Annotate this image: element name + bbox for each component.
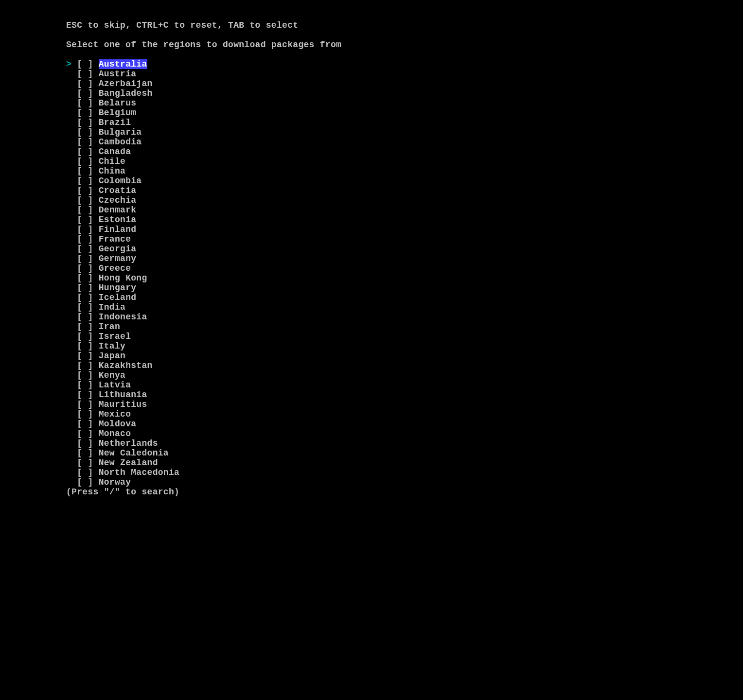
region-option[interactable]: [ ] Bangladesh	[66, 89, 743, 99]
cursor-indicator: >	[66, 59, 71, 69]
checkbox[interactable]: [ ]	[77, 98, 98, 108]
blank-line	[66, 50, 743, 60]
checkbox[interactable]: [ ]	[77, 215, 98, 225]
checkbox[interactable]: [ ]	[77, 69, 98, 79]
region-name: Denmark	[99, 205, 137, 215]
region-option[interactable]: [ ] Belarus	[66, 99, 743, 108]
checkbox[interactable]: [ ]	[77, 127, 98, 137]
region-option[interactable]: [ ] North Macedonia	[66, 468, 743, 478]
checkbox[interactable]: [ ]	[77, 225, 98, 234]
checkbox[interactable]: [ ]	[77, 477, 98, 487]
region-option[interactable]: [ ] Hong Kong	[66, 274, 743, 283]
checkbox[interactable]: [ ]	[77, 468, 98, 477]
region-option[interactable]: [ ] Mexico	[66, 410, 743, 420]
region-option[interactable]: [ ] Hungary	[66, 283, 743, 293]
checkbox[interactable]: [ ]	[77, 438, 98, 448]
checkbox[interactable]: [ ]	[77, 429, 98, 438]
checkbox[interactable]: [ ]	[77, 390, 98, 400]
region-option[interactable]: [ ] Belgium	[66, 108, 743, 118]
region-option[interactable]: [ ] Israel	[66, 332, 743, 342]
checkbox[interactable]: [ ]	[77, 254, 98, 263]
checkbox[interactable]: [ ]	[77, 147, 98, 157]
checkbox[interactable]: [ ]	[77, 59, 98, 69]
checkbox[interactable]: [ ]	[77, 458, 98, 468]
checkbox[interactable]: [ ]	[77, 88, 98, 98]
checkbox[interactable]: [ ]	[77, 137, 98, 147]
region-option[interactable]: [ ] China	[66, 167, 743, 176]
region-option[interactable]: [ ] Bulgaria	[66, 128, 743, 138]
region-option[interactable]: [ ] Iran	[66, 322, 743, 332]
region-option[interactable]: [ ] Indonesia	[66, 313, 743, 322]
checkbox[interactable]: [ ]	[77, 448, 98, 458]
region-name: Moldova	[99, 419, 137, 429]
checkbox[interactable]: [ ]	[77, 370, 98, 380]
region-option[interactable]: [ ] Japan	[66, 351, 743, 361]
region-option[interactable]: [ ] Italy	[66, 342, 743, 351]
checkbox[interactable]: [ ]	[77, 157, 98, 166]
region-option[interactable]: [ ] Greece	[66, 264, 743, 274]
checkbox[interactable]: [ ]	[77, 205, 98, 215]
region-option[interactable]: [ ] Moldova	[66, 420, 743, 429]
region-option[interactable]: [ ] Germany	[66, 254, 743, 264]
checkbox[interactable]: [ ]	[77, 332, 98, 341]
region-option[interactable]: [ ] Cambodia	[66, 138, 743, 147]
region-option[interactable]: [ ] Denmark	[66, 206, 743, 215]
region-option[interactable]: [ ] Colombia	[66, 176, 743, 186]
region-option[interactable]: > [ ] Australia	[66, 60, 743, 70]
checkbox[interactable]: [ ]	[77, 312, 98, 322]
checkbox[interactable]: [ ]	[77, 419, 98, 429]
region-name: Croatia	[99, 186, 137, 195]
checkbox[interactable]: [ ]	[77, 293, 98, 302]
region-option[interactable]: [ ] Chile	[66, 157, 743, 167]
region-name: Belgium	[99, 108, 137, 118]
checkbox[interactable]: [ ]	[77, 409, 98, 419]
region-option[interactable]: [ ] Azerbaijan	[66, 79, 743, 89]
region-name: Estonia	[99, 215, 137, 225]
region-option[interactable]: [ ] New Zealand	[66, 458, 743, 468]
region-option[interactable]: [ ] Kazakhstan	[66, 361, 743, 371]
checkbox[interactable]: [ ]	[77, 118, 98, 127]
checkbox[interactable]: [ ]	[77, 302, 98, 312]
region-list[interactable]: > [ ] Australia [ ] Austria [ ] Azerbaij…	[66, 60, 743, 488]
region-option[interactable]: [ ] Croatia	[66, 186, 743, 196]
region-option[interactable]: [ ] Monaco	[66, 429, 743, 439]
checkbox[interactable]: [ ]	[77, 361, 98, 370]
region-option[interactable]: [ ] India	[66, 303, 743, 313]
checkbox[interactable]: [ ]	[77, 283, 98, 293]
region-option[interactable]: [ ] Iceland	[66, 293, 743, 303]
region-option[interactable]: [ ] France	[66, 235, 743, 245]
region-option[interactable]: [ ] Austria	[66, 70, 743, 79]
checkbox[interactable]: [ ]	[77, 176, 98, 186]
checkbox[interactable]: [ ]	[77, 244, 98, 254]
checkbox[interactable]: [ ]	[77, 79, 98, 88]
checkbox[interactable]: [ ]	[77, 380, 98, 390]
region-name: India	[99, 302, 126, 312]
checkbox[interactable]: [ ]	[77, 351, 98, 361]
region-option[interactable]: [ ] Estonia	[66, 215, 743, 225]
checkbox[interactable]: [ ]	[77, 166, 98, 176]
region-option[interactable]: [ ] Netherlands	[66, 439, 743, 449]
checkbox[interactable]: [ ]	[77, 273, 98, 283]
region-option[interactable]: [ ] Brazil	[66, 118, 743, 128]
checkbox[interactable]: [ ]	[77, 400, 98, 409]
region-option[interactable]: [ ] New Caledonia	[66, 449, 743, 458]
region-name: Brazil	[99, 118, 131, 127]
checkbox[interactable]: [ ]	[77, 234, 98, 244]
checkbox[interactable]: [ ]	[77, 186, 98, 195]
checkbox[interactable]: [ ]	[77, 195, 98, 205]
region-option[interactable]: [ ] Norway	[66, 478, 743, 488]
region-option[interactable]: [ ] Mauritius	[66, 400, 743, 410]
region-name: Japan	[99, 351, 126, 361]
region-option[interactable]: [ ] Georgia	[66, 245, 743, 254]
region-option[interactable]: [ ] Kenya	[66, 371, 743, 381]
checkbox[interactable]: [ ]	[77, 322, 98, 332]
region-option[interactable]: [ ] Latvia	[66, 381, 743, 390]
region-option[interactable]: [ ] Finland	[66, 225, 743, 235]
region-option[interactable]: [ ] Canada	[66, 147, 743, 157]
region-option[interactable]: [ ] Czechia	[66, 196, 743, 206]
region-option[interactable]: [ ] Lithuania	[66, 390, 743, 400]
checkbox[interactable]: [ ]	[77, 263, 98, 273]
prompt-line: Select one of the regions to download pa…	[66, 40, 743, 50]
checkbox[interactable]: [ ]	[77, 108, 98, 118]
checkbox[interactable]: [ ]	[77, 341, 98, 351]
